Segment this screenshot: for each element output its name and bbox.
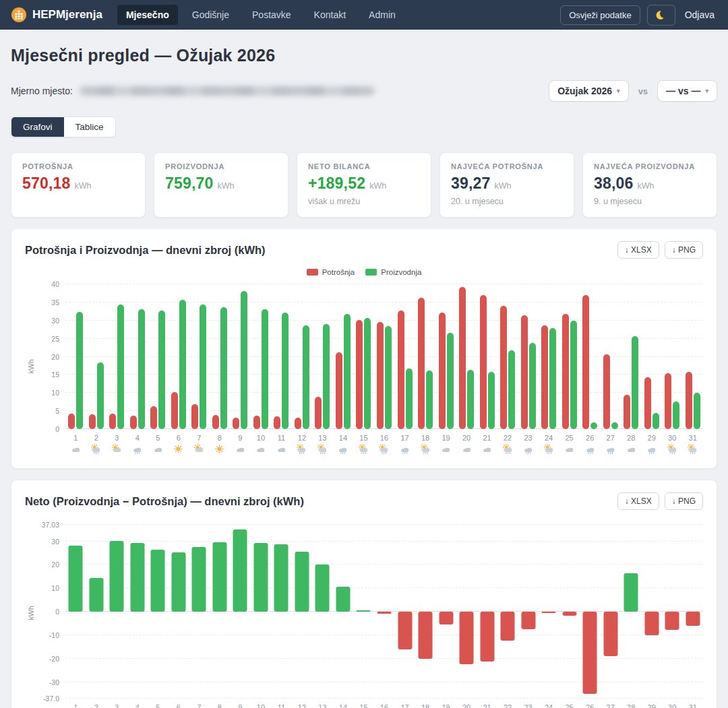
chart2-xlsx-button[interactable]: ↓ XLSX <box>617 492 659 510</box>
net-col-day-10 <box>251 525 272 699</box>
bar-proizvodnja <box>241 291 247 429</box>
weather-icon-wrap <box>359 444 369 457</box>
stat-card-unit: kWh <box>495 181 512 191</box>
x-tick-label: 4 <box>135 434 140 442</box>
net-col-day-14 <box>333 525 354 699</box>
legend-label: Proizvodnja <box>381 268 421 276</box>
x-col-day-14: 14 <box>333 703 354 708</box>
bar-net-day-10 <box>253 543 268 612</box>
chart1-xlsx-button[interactable]: ↓ XLSX <box>617 241 659 259</box>
weather-icon-wrap <box>173 444 183 457</box>
nav-item-mjesečno[interactable]: Mjesečno <box>117 5 178 25</box>
x-col-day-20: 20 <box>456 434 477 457</box>
x-col-day-10: 10 <box>251 703 272 708</box>
bar-proizvodnja <box>76 312 83 429</box>
tab-grafovi[interactable]: Grafovi <box>11 117 64 137</box>
bar-potrošnja <box>295 418 301 429</box>
x-col-day-21: 21 <box>477 434 497 457</box>
x-col-day-7: 7 <box>189 703 210 708</box>
legend-item-proizvodnja: Proizvodnja <box>365 268 421 276</box>
net-col-day-15 <box>353 525 374 699</box>
theme-toggle-button[interactable] <box>647 5 675 26</box>
stat-card: POTROŠNJA570,18kWh <box>11 152 146 218</box>
logout-link[interactable]: Odjava <box>682 5 717 24</box>
weather-icon-wrap <box>462 444 472 457</box>
net-col-day-8 <box>210 525 231 699</box>
x-col-day-29: 29 <box>641 434 662 457</box>
bar-net-day-3 <box>110 541 124 612</box>
bar-net-day-26 <box>583 612 597 694</box>
bar-potrošnja <box>398 311 404 429</box>
nav-item-godišnje[interactable]: Godišnje <box>183 5 238 25</box>
x-tick-label: 27 <box>607 434 615 442</box>
chart1-legend: PotrošnjaProizvodnja <box>25 268 703 276</box>
x-col-day-3: 3 <box>107 703 127 708</box>
weather-cloud-icon <box>276 444 286 455</box>
weather-icon-wrap <box>503 444 513 457</box>
weather-icon-wrap <box>194 444 204 457</box>
chart2-x-axis: 1234567891011121314151617181920212223242… <box>65 703 703 708</box>
nav-item-kontakt[interactable]: Kontakt <box>305 5 355 25</box>
bar-group-day-18 <box>415 284 436 429</box>
weather-icon-wrap <box>112 444 122 457</box>
stat-card-value: 38,06 <box>594 174 634 193</box>
net-col-day-2 <box>86 525 107 699</box>
bar-net-day-29 <box>644 612 659 635</box>
bar-potrošnja <box>89 414 96 429</box>
bar-proizvodnja <box>117 304 124 429</box>
x-col-day-2: 2 <box>86 434 107 457</box>
bar-proizvodnja <box>385 326 392 429</box>
bar-net-day-13 <box>315 565 330 612</box>
weather-sun-rain-icon <box>317 444 328 455</box>
x-col-day-28: 28 <box>621 703 642 708</box>
x-col-day-2: 2 <box>86 703 107 708</box>
weather-cloud-icon <box>626 444 636 455</box>
bar-potrošnja <box>377 322 384 429</box>
chart2-header: Neto (Proizvodnja − Potrošnja) — dnevni … <box>25 492 703 510</box>
net-col-day-28 <box>621 525 642 699</box>
bar-net-day-28 <box>624 573 638 612</box>
net-col-day-3 <box>107 525 127 699</box>
chart2-actions: ↓ XLSX ↓ PNG <box>617 492 703 510</box>
nav-item-admin[interactable]: Admin <box>360 5 404 25</box>
chart1-png-button[interactable]: ↓ PNG <box>665 241 703 259</box>
x-tick-label: 8 <box>218 703 222 708</box>
chart1-plot-area: 0510152025303540 <box>65 284 703 429</box>
bars-row <box>65 284 703 429</box>
bar-potrošnja <box>315 397 322 429</box>
x-tick-label: 23 <box>524 434 532 442</box>
weather-sun-cloud-icon <box>194 444 204 455</box>
legend-swatch <box>365 269 377 276</box>
nav-item-postavke[interactable]: Postavke <box>243 5 300 25</box>
meter-value-redacted <box>80 86 375 96</box>
weather-cloud-icon <box>462 444 472 455</box>
weather-icon-wrap <box>91 444 101 457</box>
x-col-day-17: 17 <box>394 434 415 457</box>
month-select[interactable]: Ožujak 2026 ▾ <box>549 80 628 102</box>
stat-card-unit: kWh <box>218 181 235 191</box>
x-tick-label: 7 <box>197 434 201 442</box>
bar-proizvodnja <box>303 325 309 429</box>
x-col-day-30: 30 <box>662 434 683 457</box>
chart2-png-button[interactable]: ↓ PNG <box>665 492 703 510</box>
bar-net-day-21 <box>480 612 494 662</box>
compare-select[interactable]: — vs — ▾ <box>657 80 717 102</box>
y-tick-label: 37.03 <box>42 521 59 529</box>
bar-proizvodnja <box>344 314 351 429</box>
x-tick-label: 30 <box>668 703 676 708</box>
x-col-day-26: 26 <box>580 434 601 457</box>
bar-proizvodnja <box>323 324 330 429</box>
bar-net-day-27 <box>603 612 617 655</box>
tab-tablice[interactable]: Tablice <box>64 117 115 137</box>
x-col-day-8: 8 <box>210 434 231 457</box>
bar-group-day-17 <box>394 284 415 429</box>
bar-proizvodnja <box>653 413 659 429</box>
y-tick-label: -37.0 <box>43 695 59 703</box>
weather-icon-wrap <box>153 444 163 457</box>
refresh-data-button[interactable]: Osvježi podatke <box>560 5 640 25</box>
x-col-day-19: 19 <box>435 703 456 708</box>
x-tick-label: 16 <box>380 703 388 708</box>
stat-card: NAJVEĆA PROIZVODNJA38,06kWh9. u mjesecu <box>582 152 717 218</box>
x-col-day-18: 18 <box>415 434 436 457</box>
bar-group-day-3 <box>107 284 127 429</box>
